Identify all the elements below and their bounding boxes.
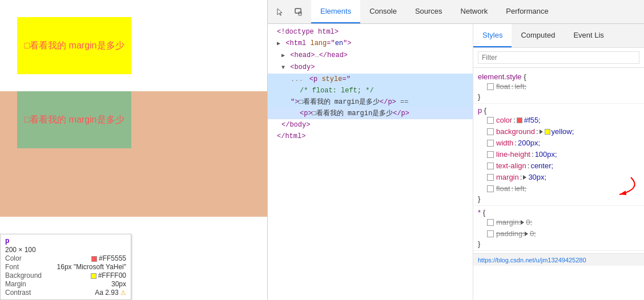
rule-element-style: element.style { float : left; }	[473, 70, 644, 104]
expand-html[interactable]: ▶	[277, 39, 280, 49]
html-line-6: /* float: left; */	[268, 85, 473, 96]
subtab-computed[interactable]: Computed	[512, 24, 564, 47]
green-box-text: □看看我的 margin是多少	[24, 114, 124, 126]
tooltip-bg-value: #FFFF00	[91, 271, 126, 279]
prop-margin-star-checkbox[interactable]	[487, 219, 494, 226]
prop-padding-star-checkbox[interactable]	[487, 230, 494, 237]
expand-margin-icon[interactable]	[523, 175, 526, 180]
subtab-event-listeners[interactable]: Event Lis	[564, 24, 613, 47]
webpage-preview: □看看我的 margin是多少 □看看我的 margin是多少 p 200 × …	[0, 0, 267, 300]
tooltip-margin-label: Margin	[5, 280, 26, 288]
tooltip-size: 200 × 100	[5, 246, 36, 254]
tab-elements[interactable]: Elements	[311, 0, 360, 23]
expand-head[interactable]: ▶	[281, 51, 285, 61]
rule-star: * { margin: 0; padding: 0;	[473, 206, 644, 251]
html-line-9: </body>	[268, 119, 473, 131]
prop-checkbox[interactable]	[487, 83, 494, 90]
color-swatch-red	[91, 256, 97, 262]
html-line-7: ">□看看我的 margin是多少</p> ==	[268, 96, 473, 108]
doctype-tag: <!doctype html>	[277, 28, 339, 36]
devtools-panel: Elements Console Sources Network Perform…	[267, 0, 644, 300]
prop-background: background : yellow;	[478, 126, 639, 137]
yellow-box: □看看我的 margin是多少	[17, 17, 131, 74]
prop-float-left-element: float : left;	[478, 81, 639, 92]
prop-float-p-checkbox[interactable]	[487, 185, 494, 192]
star-selector: * {	[478, 208, 639, 217]
element-style-selector: element.style {	[478, 72, 639, 81]
prop-ta-checkbox[interactable]	[487, 163, 494, 169]
color-dot-yellow	[545, 129, 550, 135]
tooltip-bg-label: Background	[5, 271, 42, 279]
prop-text-align: text-align : center;	[478, 160, 639, 172]
tooltip-contrast-value: Aa 2.93 ⚠	[95, 289, 126, 297]
prop-color: color : #f55;	[478, 115, 639, 126]
prop-margin-star: margin: 0;	[478, 217, 639, 228]
html-line-8: <p>□看看我的 margin是多少</p>	[268, 108, 473, 119]
tooltip-size-row: 200 × 100	[5, 246, 126, 254]
html-line-1: <!doctype html>	[268, 26, 473, 38]
green-box: □看看我的 margin是多少	[17, 91, 131, 148]
element-tooltip: p 200 × 100 Color #FF5555 Font 16px "Mic…	[0, 234, 131, 300]
prop-margin-checkbox[interactable]	[487, 174, 494, 181]
color-dot-red	[517, 117, 522, 123]
rule-p: p { color : #f55; background :	[473, 104, 644, 206]
devtools-tab-bar: Elements Console Sources Network Perform…	[268, 0, 644, 24]
p-selector: p {	[478, 106, 639, 115]
red-arrow-annotation	[591, 175, 642, 200]
html-panel[interactable]: <!doctype html> ▶ <html lang="en"> ▶ <he…	[268, 24, 473, 300]
filter-input[interactable]	[478, 51, 639, 64]
prop-padding-star: padding: 0;	[478, 228, 639, 240]
html-line-3: ▶ <head>…</head>	[268, 50, 473, 62]
tab-network[interactable]: Network	[452, 0, 497, 23]
expand-background-icon[interactable]	[540, 129, 543, 134]
expand-margin-star-icon[interactable]	[521, 220, 524, 225]
tab-console[interactable]: Console	[360, 0, 406, 23]
html-line-2: ▶ <html lang="en">	[268, 38, 473, 50]
tooltip-contrast-row: Contrast Aa 2.93 ⚠	[5, 289, 126, 297]
html-line-4: ▼ <body>	[268, 62, 473, 74]
prop-float-p: float : left;	[478, 183, 639, 194]
warning-icon: ⚠	[120, 289, 126, 296]
tooltip-contrast-label: Contrast	[5, 289, 31, 297]
tooltip-color-value: #FF5555	[91, 254, 126, 262]
tooltip-font-value: 16px "Microsoft YaHei"	[57, 263, 126, 271]
filter-bar	[473, 48, 644, 68]
html-line-10: </html>	[268, 131, 473, 142]
prop-line-height: line-height : 100px;	[478, 149, 639, 160]
svg-rect-0	[295, 9, 301, 13]
tab-sources[interactable]: Sources	[406, 0, 452, 23]
device-icon[interactable]	[291, 4, 307, 20]
tab-performance[interactable]: Performance	[497, 0, 557, 23]
yellow-box-text: □看看我的 margin是多少	[24, 40, 124, 52]
devtools-content: <!doctype html> ▶ <html lang="en"> ▶ <he…	[268, 24, 644, 300]
color-swatch-yellow	[91, 273, 96, 279]
prop-bg-checkbox[interactable]	[487, 128, 494, 135]
expand-padding-star-icon[interactable]	[525, 232, 528, 236]
tooltip-color-label: Color	[5, 254, 22, 262]
expand-body[interactable]: ▼	[281, 63, 285, 73]
tooltip-font-label: Font	[5, 263, 19, 271]
tooltip-background-row: Background #FFFF00	[5, 271, 126, 279]
prop-color-checkbox[interactable]	[487, 117, 494, 124]
status-url[interactable]: https://blog.csdn.net/u/jm13249425280	[478, 257, 586, 263]
prop-width-checkbox[interactable]	[487, 140, 494, 147]
status-bar: https://blog.csdn.net/u/jm13249425280	[473, 253, 644, 266]
tooltip-margin-value: 30px	[111, 280, 126, 288]
prop-width: width : 200px;	[478, 137, 639, 149]
peach-area: □看看我的 margin是多少	[0, 91, 267, 217]
tooltip-color-row: Color #FF5555	[5, 254, 126, 262]
devtools-icons	[268, 0, 311, 23]
subtab-styles[interactable]: Styles	[473, 24, 512, 47]
tooltip-margin-row: Margin 30px	[5, 280, 126, 288]
css-rules: element.style { float : left; } p	[473, 68, 644, 253]
styles-subtab-bar: Styles Computed Event Lis	[473, 24, 644, 48]
right-panel: Styles Computed Event Lis element.style	[473, 24, 644, 300]
prop-lh-checkbox[interactable]	[487, 151, 494, 158]
html-line-5: ... <p style="	[268, 74, 473, 85]
star-rule-close: }	[478, 240, 639, 248]
cursor-icon[interactable]	[272, 4, 288, 20]
tooltip-font-row: Font 16px "Microsoft YaHei"	[5, 263, 126, 271]
tooltip-title: p	[5, 237, 126, 245]
element-style-close: }	[478, 92, 639, 101]
